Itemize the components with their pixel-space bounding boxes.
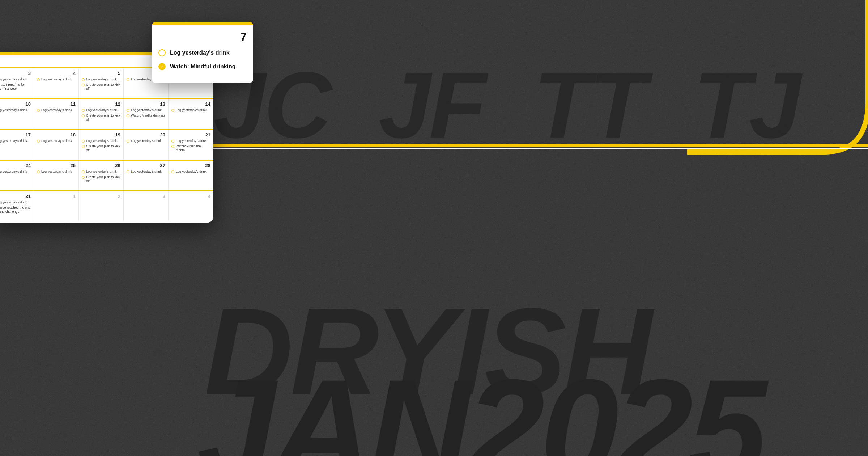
task-text: Log yesterday's drink bbox=[0, 170, 27, 174]
calendar-day[interactable]: 3 bbox=[124, 191, 169, 221]
day-number: 26 bbox=[82, 163, 120, 168]
task-text: You've reached the end of the challenge bbox=[0, 206, 31, 214]
calendar-day[interactable]: 18 Log yesterday's drink bbox=[34, 130, 79, 160]
task-text: Log yesterday's drink bbox=[86, 170, 117, 174]
calendar-day[interactable]: 4 Log yesterday's drink bbox=[34, 68, 79, 98]
day-number: 2 bbox=[82, 194, 120, 199]
task-text: Log yesterday's drink bbox=[0, 139, 27, 143]
popup-date: 7 bbox=[158, 30, 247, 44]
calendar-day[interactable]: 21 Log yesterday's drink Watch: Finish t… bbox=[169, 130, 213, 160]
day-number: 31 bbox=[0, 194, 31, 199]
popup-card: 7 Log yesterday's drink ✓ Watch: Mindful… bbox=[152, 22, 253, 83]
task-text: Log yesterday's drink bbox=[41, 108, 72, 113]
popup-task-1-text: Log yesterday's drink bbox=[170, 49, 230, 57]
task-text: Log yesterday's drink bbox=[176, 108, 207, 113]
calendar-day[interactable]: 11 Log yesterday's drink bbox=[34, 99, 79, 129]
day-number: 1 bbox=[37, 194, 76, 199]
task-text: Log yesterday's drink bbox=[0, 77, 27, 82]
calendar-week-2: 10 Log yesterday's drink 11 Log yesterda… bbox=[0, 98, 213, 129]
task-text: Log yesterday's drink bbox=[131, 170, 162, 174]
day-number: 24 bbox=[0, 163, 31, 168]
calendar-day[interactable]: 26 Log yesterday's drink Create your pla… bbox=[79, 161, 124, 190]
task-text: Log yesterday's drink bbox=[41, 170, 72, 174]
calendar-day[interactable]: 2 bbox=[79, 191, 124, 221]
calendar-day[interactable]: 1 bbox=[34, 191, 79, 221]
day-number: 21 bbox=[171, 132, 210, 138]
calendar-day[interactable]: 25 Log yesterday's drink bbox=[34, 161, 79, 190]
task-text: Log yesterday's drink bbox=[86, 108, 117, 113]
day-number: 17 bbox=[0, 132, 31, 138]
day-number: 10 bbox=[0, 101, 31, 107]
task-text: Create your plan to kick off bbox=[86, 83, 120, 91]
task-text: Watch: Mindful drinking bbox=[131, 114, 165, 118]
task-text: Read: Preparing for your first week bbox=[0, 83, 31, 91]
yellow-line-1 bbox=[212, 144, 868, 147]
day-number: 11 bbox=[37, 101, 76, 107]
task-text: Log yesterday's drink bbox=[86, 139, 117, 143]
calendar-day[interactable]: 28 Log yesterday's drink bbox=[169, 161, 213, 190]
task-text: Log yesterday's drink bbox=[41, 77, 72, 82]
popup-task-2[interactable]: ✓ Watch: Mindful drinking bbox=[158, 63, 247, 71]
day-number: 14 bbox=[171, 101, 210, 107]
popup-task-2-text: Watch: Mindful drinking bbox=[170, 63, 236, 71]
calendar-day[interactable]: 31 Log yesterday's drink You've reached … bbox=[0, 191, 34, 221]
task-text: Log yesterday's drink bbox=[41, 139, 72, 143]
day-number: 19 bbox=[82, 132, 120, 138]
task-text: Log yesterday's drink bbox=[0, 200, 27, 205]
day-number: 27 bbox=[127, 163, 165, 168]
task-text: Watch: Finish the month bbox=[176, 144, 210, 153]
calendar-day[interactable]: 5 Log yesterday's drink Create your plan… bbox=[79, 68, 124, 98]
calendar-day[interactable]: 27 Log yesterday's drink bbox=[124, 161, 169, 190]
task-text: Create your plan to kick off bbox=[86, 144, 120, 153]
day-number: 28 bbox=[171, 163, 210, 168]
day-number: 13 bbox=[127, 101, 165, 107]
task-text: Log yesterday's drink bbox=[176, 170, 207, 174]
calendar-week-3: 17 Log yesterday's drink 18 Log yesterda… bbox=[0, 129, 213, 160]
task-checked-icon: ✓ bbox=[158, 63, 166, 70]
calendar-day[interactable]: 12 Log yesterday's drink Create your pla… bbox=[79, 99, 124, 129]
calendar-day[interactable]: 13 Log yesterday's drink Watch: Mindful … bbox=[124, 99, 169, 129]
day-number: 18 bbox=[37, 132, 76, 138]
calendar-day[interactable]: 4 bbox=[169, 191, 213, 221]
day-number: 20 bbox=[127, 132, 165, 138]
task-unchecked-icon bbox=[158, 49, 166, 56]
task-text: Log yesterday's drink bbox=[131, 108, 162, 113]
task-text: Log yesterday's drink bbox=[131, 139, 162, 143]
popup-task-1[interactable]: Log yesterday's drink bbox=[158, 49, 247, 57]
day-number: 25 bbox=[37, 163, 76, 168]
calendar-day[interactable]: 14 Log yesterday's drink bbox=[169, 99, 213, 129]
calendar-grid: 3 Log yesterday's drink Read: Preparing … bbox=[0, 67, 213, 223]
day-number: 4 bbox=[37, 71, 76, 76]
task-text: Create your plan to kick off bbox=[86, 114, 120, 122]
task-text: Log yesterday's drink bbox=[86, 77, 117, 82]
popup-body: 7 Log yesterday's drink ✓ Watch: Mindful… bbox=[152, 25, 253, 83]
calendar-week-5: 31 Log yesterday's drink You've reached … bbox=[0, 190, 213, 221]
day-number: 3 bbox=[0, 71, 31, 76]
calendar-day[interactable]: 17 Log yesterday's drink bbox=[0, 130, 34, 160]
calendar-day[interactable]: 3 Log yesterday's drink Read: Preparing … bbox=[0, 68, 34, 98]
calendar-day[interactable]: 20 Log yesterday's drink bbox=[124, 130, 169, 160]
calendar-day[interactable]: 24 Log yesterday's drink bbox=[0, 161, 34, 190]
calendar-day[interactable]: 10 Log yesterday's drink bbox=[0, 99, 34, 129]
day-number: 4 bbox=[171, 194, 210, 199]
task-text: Log yesterday's drink bbox=[0, 108, 27, 113]
day-number: 12 bbox=[82, 101, 120, 107]
day-number: 5 bbox=[82, 71, 120, 76]
calendar-week-4: 24 Log yesterday's drink 25 Log yesterda… bbox=[0, 160, 213, 190]
task-text: Log yesterday's drink bbox=[176, 139, 207, 143]
task-text: Create your plan to kick off bbox=[86, 175, 120, 183]
white-line bbox=[212, 148, 868, 149]
popup-header-bar bbox=[152, 22, 253, 25]
day-number: 3 bbox=[127, 194, 165, 199]
calendar-day[interactable]: 19 Log yesterday's drink Create your pla… bbox=[79, 130, 124, 160]
